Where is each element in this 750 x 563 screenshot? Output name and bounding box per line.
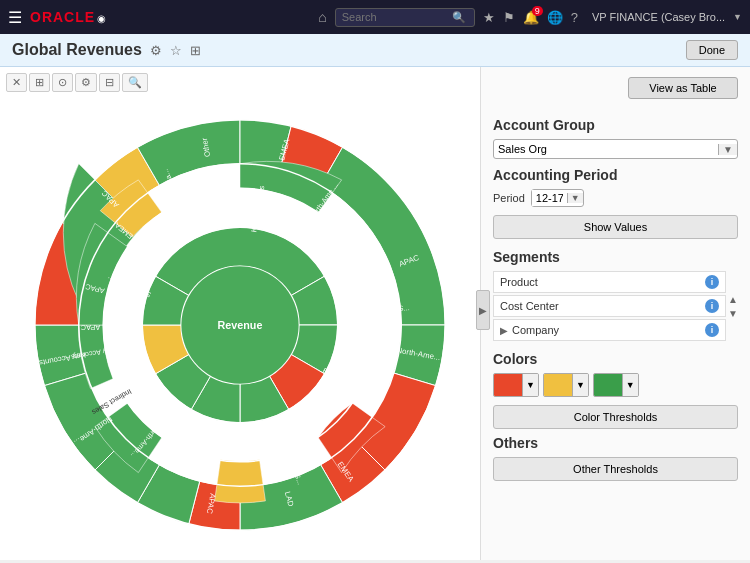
color-thresholds-button[interactable]: Color Thresholds	[493, 405, 738, 429]
colors-title: Colors	[493, 351, 738, 367]
flag-icon[interactable]: ⚑	[503, 10, 515, 25]
segments-with-arrows: Product i Cost Center i ▶ Company i ▲	[493, 271, 738, 343]
svg-text:Key Accounts: Key Accounts	[249, 185, 266, 233]
color-green-arrow[interactable]: ▼	[622, 374, 638, 396]
color-red-arrow[interactable]: ▼	[522, 374, 538, 396]
toolbar-options-btn[interactable]: ⚙	[75, 73, 97, 92]
toolbar-zoom-out-btn[interactable]: ⊟	[99, 73, 120, 92]
colors-row: ▼ ▼ ▼	[493, 373, 738, 397]
hamburger-menu-icon[interactable]: ☰	[8, 8, 22, 27]
svg-text:Ot...: Ot...	[353, 230, 369, 245]
others-title: Others	[493, 435, 738, 451]
chart-toolbar: ✕ ⊞ ⊙ ⚙ ⊟ 🔍	[6, 73, 474, 92]
oracle-logo: ORACLE◉	[30, 9, 107, 25]
view-as-table-button[interactable]: View as Table	[628, 77, 738, 99]
other-thresholds-button[interactable]: Other Thresholds	[493, 457, 738, 481]
account-group-title: Account Group	[493, 117, 738, 133]
segment-row-product[interactable]: Product i	[493, 271, 726, 293]
segment-label-cost-center: Cost Center	[500, 300, 705, 312]
top-navigation: ☰ ORACLE◉ ⌂ 🔍 ★ ⚑ 🔔9 🌐 ? VP FINANCE (Cas…	[0, 0, 750, 34]
scroll-down-arrow[interactable]: ▼	[728, 307, 738, 321]
segment-row-company[interactable]: ▶ Company i	[493, 319, 726, 341]
home-icon[interactable]: ⌂	[318, 9, 326, 25]
color-red-wrapper[interactable]: ▼	[493, 373, 539, 397]
segment-row-cost-center[interactable]: Cost Center i	[493, 295, 726, 317]
right-panel: View as Table Account Group Sales Org ▼ …	[480, 67, 750, 560]
toolbar-expand-btn[interactable]: ⊞	[29, 73, 50, 92]
color-swatch-red	[494, 374, 522, 396]
notification-icon[interactable]: 🔔9	[523, 10, 539, 25]
sub-header: Global Revenues ⚙ ☆ ⊞ Done	[0, 34, 750, 67]
globe-icon[interactable]: 🌐	[547, 10, 563, 25]
svg-text:Sentinel Se...: Sentinel Se...	[106, 275, 153, 299]
search-icon: 🔍	[452, 11, 466, 24]
toolbar-zoom-in-btn[interactable]: 🔍	[122, 73, 148, 92]
done-button[interactable]: Done	[686, 40, 738, 60]
accounting-period-section: Accounting Period Period ▼	[493, 167, 738, 207]
svg-text:Revenue: Revenue	[218, 319, 263, 331]
segments-section: Segments Product i Cost Center i ▶ Compa…	[493, 249, 738, 343]
show-values-button[interactable]: Show Values	[493, 215, 738, 239]
color-yellow-arrow[interactable]: ▼	[572, 374, 588, 396]
notification-badge: 9	[532, 6, 543, 16]
period-label: Period	[493, 192, 525, 204]
settings-gear-icon[interactable]: ⚙	[150, 43, 162, 58]
color-green-wrapper[interactable]: ▼	[593, 373, 639, 397]
color-yellow-wrapper[interactable]: ▼	[543, 373, 589, 397]
svg-text:Bite Pro Se...: Bite Pro Se...	[321, 366, 365, 397]
account-group-dropdown-arrow[interactable]: ▼	[718, 144, 737, 155]
segments-scroll-arrows: ▲ ▼	[728, 293, 738, 321]
search-box[interactable]: 🔍	[335, 8, 475, 27]
user-label[interactable]: VP FINANCE (Casey Bro...	[592, 11, 725, 23]
toolbar-fit-btn[interactable]: ⊙	[52, 73, 73, 92]
company-expand-arrow[interactable]: ▶	[500, 325, 508, 336]
segments-list: Product i Cost Center i ▶ Company i	[493, 271, 726, 343]
colors-section: Colors ▼ ▼ ▼	[493, 351, 738, 397]
segment-info-cost-center[interactable]: i	[705, 299, 719, 313]
account-group-select[interactable]: Sales Org	[494, 140, 718, 158]
color-swatch-green	[594, 374, 622, 396]
chart-container: Revenue	[6, 96, 474, 554]
account-group-select-wrapper[interactable]: Sales Org ▼	[493, 139, 738, 159]
copy-icon[interactable]: ⊞	[190, 43, 201, 58]
segment-info-company[interactable]: i	[705, 323, 719, 337]
period-input[interactable]	[532, 190, 567, 206]
others-section: Others Other Thresholds	[493, 435, 738, 481]
period-row: Period ▼	[493, 189, 738, 207]
favorite-star-icon[interactable]: ☆	[170, 43, 182, 58]
user-dropdown-icon[interactable]: ▼	[733, 12, 742, 22]
period-select-wrapper[interactable]: ▼	[531, 189, 584, 207]
chart-area: ✕ ⊞ ⊙ ⚙ ⊟ 🔍 Revenue	[0, 67, 480, 560]
segment-label-product: Product	[500, 276, 705, 288]
segment-info-product[interactable]: i	[705, 275, 719, 289]
period-dropdown-arrow[interactable]: ▼	[567, 193, 583, 203]
svg-text:APAC: APAC	[81, 323, 100, 332]
segments-title: Segments	[493, 249, 738, 265]
star-icon[interactable]: ★	[483, 10, 495, 25]
page-title: Global Revenues	[12, 41, 142, 59]
accounting-period-title: Accounting Period	[493, 167, 738, 183]
sunburst-chart: Revenue	[25, 100, 455, 550]
toolbar-collapse-btn[interactable]: ✕	[6, 73, 27, 92]
help-icon[interactable]: ?	[571, 10, 578, 25]
color-swatch-yellow	[544, 374, 572, 396]
panel-expand-arrow[interactable]: ▶	[476, 290, 490, 330]
main-content: ✕ ⊞ ⊙ ⚙ ⊟ 🔍 Revenue	[0, 67, 750, 560]
svg-text:EMEA: EMEA	[368, 264, 391, 280]
account-group-section: Account Group Sales Org ▼	[493, 117, 738, 159]
search-input[interactable]	[342, 11, 452, 23]
scroll-up-arrow[interactable]: ▲	[728, 293, 738, 307]
segment-label-company: Company	[512, 324, 705, 336]
